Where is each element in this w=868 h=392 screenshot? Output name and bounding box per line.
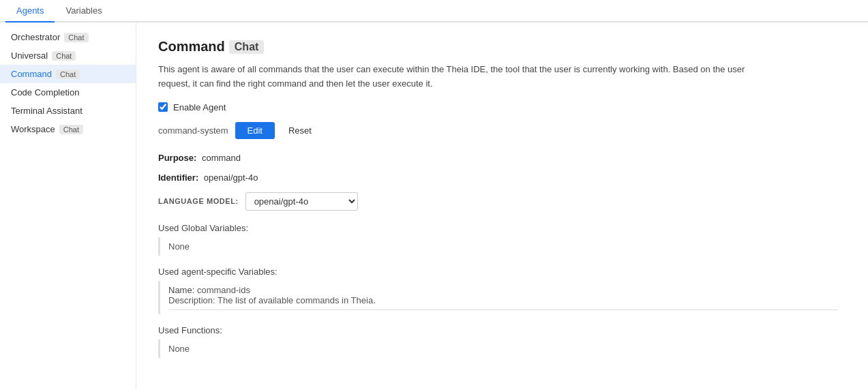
sidebar-item-label-universal: Universal: [11, 50, 48, 61]
sidebar-item-label-terminal-assistant: Terminal Assistant: [11, 106, 83, 116]
agent-var-desc-label: Description:: [168, 295, 215, 305]
page-title: Command Chat: [158, 39, 846, 55]
edit-button[interactable]: Edit: [235, 122, 275, 139]
purpose-label: Purpose:: [158, 153, 196, 163]
identifier-label: Identifier:: [158, 172, 198, 183]
agent-var-desc-text: The list of available commands in Theia.: [218, 295, 376, 305]
identifier-value: openai/gpt-4o: [204, 172, 258, 183]
sidebar: Orchestrator Chat Universal Chat Command…: [0, 22, 136, 389]
global-vars-box: None: [158, 237, 846, 256]
enable-checkbox[interactable]: [158, 102, 168, 112]
sidebar-badge-universal: Chat: [52, 51, 76, 61]
functions-none: None: [168, 344, 190, 354]
sidebar-item-label-orchestrator: Orchestrator: [11, 32, 60, 42]
enable-label: Enable Agent: [173, 102, 226, 112]
sidebar-badge-workspace: Chat: [59, 125, 83, 134]
language-model-row: LANGUAGE MODEL: openai/gpt-4o openai/gpt…: [158, 192, 846, 211]
agent-var-name-label: Name:: [168, 285, 194, 295]
language-model-select[interactable]: openai/gpt-4o openai/gpt-4 anthropic/cla…: [245, 192, 358, 211]
sidebar-badge-orchestrator: Chat: [64, 33, 88, 42]
top-tabs: Agents Variables: [0, 0, 868, 22]
agent-var-desc-row: Description: The list of available comma…: [168, 295, 838, 305]
sidebar-item-command[interactable]: Command Chat: [0, 65, 136, 83]
var-divider: [168, 310, 838, 310]
agent-vars-box: Name: command-ids Description: The list …: [158, 281, 846, 314]
reset-button[interactable]: Reset: [282, 122, 318, 139]
agent-description: This agent is aware of all commands that…: [158, 63, 772, 91]
sidebar-item-orchestrator[interactable]: Orchestrator Chat: [0, 28, 136, 46]
agent-var-name-row: Name: command-ids: [168, 285, 838, 295]
global-vars-none: None: [168, 241, 190, 252]
agent-vars-title: Used agent-specific Variables:: [158, 267, 846, 277]
global-vars-title: Used Global Variables:: [158, 223, 846, 233]
sidebar-item-terminal-assistant[interactable]: Terminal Assistant: [0, 102, 136, 120]
page-title-badge: Chat: [229, 40, 265, 54]
main-content: Command Chat This agent is aware of all …: [136, 22, 868, 389]
language-model-label: LANGUAGE MODEL:: [158, 197, 239, 205]
agent-var-name-value: command-ids: [197, 285, 250, 295]
sidebar-item-label-workspace: Workspace: [11, 124, 55, 134]
sidebar-item-code-completion[interactable]: Code Completion: [0, 83, 136, 102]
sidebar-item-label-code-completion: Code Completion: [11, 87, 79, 97]
prompt-name: command-system: [158, 125, 228, 136]
functions-box: None: [158, 340, 846, 358]
sidebar-item-label-command: Command: [11, 69, 52, 79]
sidebar-item-workspace[interactable]: Workspace Chat: [0, 120, 136, 138]
prompt-row: command-system Edit Reset: [158, 122, 846, 139]
purpose-value: command: [202, 153, 241, 163]
purpose-row: Purpose: command: [158, 153, 846, 163]
tab-agents[interactable]: Agents: [5, 0, 55, 22]
functions-title: Used Functions:: [158, 325, 846, 335]
tab-variables[interactable]: Variables: [55, 0, 113, 22]
page-title-text: Command: [158, 39, 225, 55]
sidebar-item-universal[interactable]: Universal Chat: [0, 46, 136, 65]
sidebar-badge-command: Chat: [56, 70, 80, 79]
enable-row: Enable Agent: [158, 102, 846, 112]
layout: Orchestrator Chat Universal Chat Command…: [0, 22, 868, 389]
identifier-row: Identifier: openai/gpt-4o: [158, 172, 846, 183]
